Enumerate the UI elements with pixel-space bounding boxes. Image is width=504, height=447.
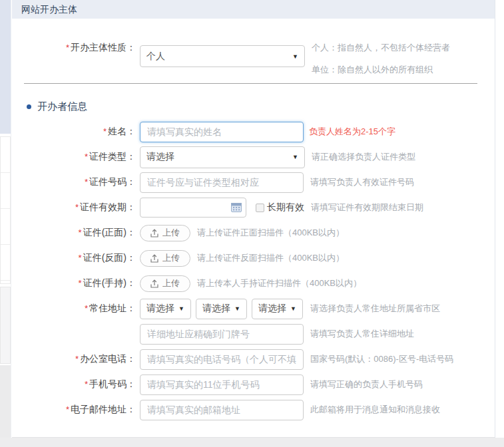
required-mark: * [75, 202, 79, 212]
id-front-hint: 请上传证件正面扫描件（400KB以内） [197, 227, 344, 239]
long-term-checkbox[interactable] [256, 204, 264, 212]
address-detail-hint: 请填写负责人常住详细地址 [310, 328, 414, 340]
panel-title: 网站开办主体 [21, 4, 77, 15]
id-type-label: *证件类型： [12, 151, 137, 163]
id-front-upload-label: 上传 [162, 227, 180, 239]
row-id-validity: *证件有效期： 长期有效 请填写证件有效期限结束日期 [12, 197, 495, 218]
id-validity-hint: 请填写证件有效期限结束日期 [311, 202, 423, 214]
id-number-input[interactable] [140, 172, 304, 193]
row-id-number: *证件号码： 请填写负责人有效证件号码 [12, 172, 495, 193]
office-phone-label: *办公室电话： [12, 353, 137, 365]
chevron-down-icon: ▼ [292, 154, 298, 160]
address-district-value: 请选择 [258, 303, 286, 315]
section-bullet-icon [27, 104, 31, 109]
address-province-select[interactable]: 请选择 ▼ [140, 299, 191, 319]
id-type-value: 请选择 [146, 151, 174, 163]
row-address: *常住地址： 请选择 ▼ 请选择 ▼ 请选择 ▼ 请选择负责人常住地址所属省市区 [12, 298, 495, 319]
left-strip-top [0, 0, 11, 134]
subject-nature-hint-1: 个人：指自然人，不包括个体经营者 [312, 37, 450, 59]
mobile-hint: 请填写正确的负责人手机号码 [310, 378, 423, 390]
email-input[interactable] [140, 400, 304, 420]
section-title-founder-info: 开办者信息 [27, 100, 495, 113]
required-mark: * [79, 227, 82, 237]
required-mark: * [79, 253, 82, 263]
address-detail-input[interactable] [140, 324, 304, 345]
id-hold-hint: 请上传本人手持证件扫描件（400KB以内） [197, 277, 362, 289]
email-hint: 此邮箱将用于消息通知和消息接收 [310, 404, 440, 416]
section-title-text: 开办者信息 [37, 100, 87, 113]
required-mark: * [85, 152, 88, 162]
address-city-value: 请选择 [202, 303, 230, 315]
id-back-upload-button[interactable]: 上传 [140, 250, 190, 267]
subject-nature-hint-2: 单位：除自然人以外的所有组织 [312, 64, 450, 76]
row-email: *电子邮件地址： 此邮箱将用于消息通知和消息接收 [12, 399, 495, 420]
left-strip-box [1, 137, 10, 173]
upload-icon [150, 279, 158, 288]
required-mark: * [79, 278, 82, 288]
panel-body: *开办主体性质： 个人 ▼ 个人：指自然人，不包括个体经营者 单位：除自然人以外… [12, 19, 495, 420]
id-validity-date-input[interactable] [140, 198, 246, 218]
id-type-hint: 请正确选择负责人证件类型 [312, 151, 415, 163]
chevron-down-icon: ▼ [234, 305, 240, 312]
row-id-hold: *证件(手持)： 上传 请上传本人手持证件扫描件（400KB以内） [12, 273, 495, 294]
mobile-input[interactable] [140, 374, 304, 395]
subject-nature-select[interactable]: 个人 ▼ [140, 45, 305, 67]
page: 网站开办主体 *开办主体性质： 个人 ▼ 个人：指自然人，不包括个体经营者 单位… [0, 0, 504, 447]
row-mobile: *手机号码： 请填写正确的负责人手机号码 [12, 374, 495, 395]
row-office-phone: *办公室电话： 国家号码(默认：0086)-区号-电话号码 [12, 349, 495, 370]
chevron-down-icon: ▼ [290, 305, 296, 312]
upload-icon [150, 254, 158, 263]
row-id-front: *证件(正面)： 上传 请上传证件正面扫描件（400KB以内） [12, 222, 495, 243]
website-subject-panel: 网站开办主体 *开办主体性质： 个人 ▼ 个人：指自然人，不包括个体经营者 单位… [12, 0, 495, 438]
id-back-label: *证件(反面)： [12, 252, 137, 264]
panel-header: 网站开办主体 [12, 0, 495, 19]
address-hint: 请选择负责人常住地址所属省市区 [310, 303, 440, 315]
left-strip-bottom [0, 365, 11, 447]
required-mark: * [75, 354, 79, 364]
address-city-select[interactable]: 请选择 ▼ [196, 299, 247, 319]
required-mark: * [103, 126, 107, 136]
calendar-icon[interactable] [231, 202, 242, 215]
required-mark: * [66, 43, 69, 53]
row-id-type: *证件类型： 请选择 ▼ 请正确选择负责人证件类型 [12, 146, 495, 168]
id-hold-upload-button[interactable]: 上传 [140, 275, 190, 292]
id-back-upload-label: 上传 [162, 252, 180, 264]
email-label: *电子邮件地址： [12, 404, 137, 416]
office-phone-hint: 国家号码(默认：0086)-区号-电话号码 [310, 353, 453, 365]
left-strip-box [1, 245, 10, 281]
left-strip-box [1, 209, 10, 245]
id-hold-label: *证件(手持)： [12, 277, 137, 289]
left-strip-mid [0, 287, 11, 364]
id-validity-label: *证件有效期： [12, 202, 137, 214]
left-strip-boxes [0, 136, 11, 284]
mobile-label: *手机号码： [12, 378, 137, 390]
section-divider [24, 83, 477, 84]
address-province-value: 请选择 [146, 303, 174, 315]
chevron-down-icon: ▼ [178, 305, 184, 312]
required-mark: * [66, 404, 69, 414]
name-label: *姓名： [12, 126, 137, 138]
row-address-detail: 请填写负责人常住详细地址 [12, 323, 495, 345]
page-footer-background [0, 438, 504, 447]
required-mark: * [85, 177, 88, 187]
id-front-label: *证件(正面)： [12, 227, 137, 239]
id-number-hint: 请填写负责人有效证件号码 [310, 176, 414, 188]
address-district-select[interactable]: 请选择 ▼ [252, 299, 303, 319]
required-mark: * [85, 303, 88, 313]
office-phone-input[interactable] [140, 349, 304, 370]
required-mark: * [85, 379, 88, 389]
id-type-select[interactable]: 请选择 ▼ [140, 146, 305, 168]
id-back-hint: 请上传证件反面扫描件（400KB以内） [197, 252, 344, 264]
name-input[interactable] [140, 122, 304, 142]
subject-nature-value: 个人 [146, 51, 165, 63]
row-name: *姓名： 负责人姓名为2-15个字 [12, 121, 495, 142]
id-number-label: *证件号码： [12, 176, 137, 188]
subject-nature-label: *开办主体性质： [12, 37, 137, 59]
row-id-back: *证件(反面)： 上传 请上传证件反面扫描件（400KB以内） [12, 247, 495, 269]
name-hint: 负责人姓名为2-15个字 [309, 126, 395, 138]
upload-icon [150, 229, 158, 237]
row-subject-nature: *开办主体性质： 个人 ▼ 个人：指自然人，不包括个体经营者 单位：除自然人以外… [12, 37, 495, 76]
left-strip-box [1, 173, 10, 209]
id-front-upload-button[interactable]: 上传 [140, 225, 190, 241]
left-edge-decoration [0, 0, 11, 447]
